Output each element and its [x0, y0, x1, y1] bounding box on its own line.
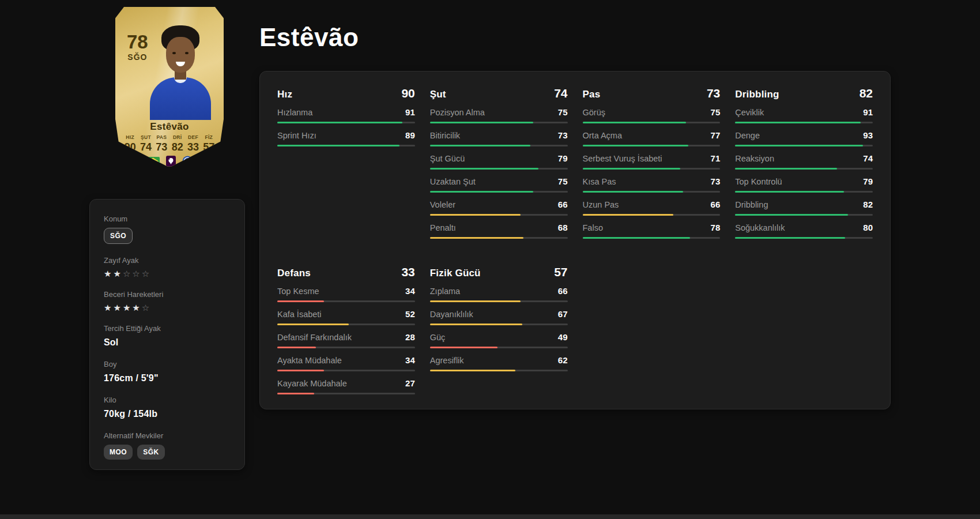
stat-label: Uzaktan Şut: [430, 177, 476, 186]
stat-group-name: Hız: [277, 89, 292, 100]
stat-value: 73: [711, 176, 721, 186]
stat-label: Zıplama: [430, 287, 460, 296]
stat-value: 34: [405, 355, 415, 365]
card-mini-stat-label: DRİ: [169, 135, 185, 140]
star-filled-icon: ★: [123, 303, 132, 313]
stat-row-top: Kayarak Müdahale 27: [277, 378, 415, 388]
stat-row: Kayarak Müdahale 27: [277, 378, 415, 394]
stat-bar-track: [583, 237, 721, 239]
card-player-name: Estêvão: [115, 121, 224, 133]
stat-row: Güç 49: [430, 332, 568, 348]
stat-bar-track: [430, 324, 568, 325]
stat-row-top: Voleler 66: [430, 200, 568, 209]
chelsea-badge-icon: [182, 156, 193, 167]
stat-bar-track: [277, 393, 415, 394]
position-badge: SĞO: [104, 228, 133, 244]
stat-row-top: Defansif Farkındalık 28: [277, 332, 415, 342]
stat-bar-fill: [430, 168, 539, 170]
stat-group-rows: Çeviklik 91 Denge 93 Reaksiyon 74 Top Ko…: [735, 107, 873, 239]
stat-label: Penaltı: [430, 223, 456, 232]
stat-bar-fill: [277, 122, 402, 123]
stat-group-name: Pas: [583, 89, 601, 100]
stat-row-top: Agresiflik 62: [430, 355, 568, 365]
stat-bar-track: [430, 191, 568, 193]
stat-row: Ayakta Müdahale 34: [277, 355, 415, 371]
stat-group-header: Defans 33: [277, 265, 415, 279]
star-filled-icon: ★: [104, 303, 113, 313]
stat-group-name: Fizik Gücü: [430, 268, 481, 279]
stat-row: Dribbling 82: [735, 200, 873, 216]
stat-row: Falso 78: [583, 223, 721, 239]
stat-bar-fill: [583, 214, 674, 216]
stat-label: Ayakta Müdahale: [277, 356, 342, 365]
stat-row-top: Ayakta Müdahale 34: [277, 355, 415, 365]
stat-group-rows: Görüş 75 Orta Açma 77 Serbest Vuruş İsab…: [583, 107, 721, 239]
stat-value: 75: [558, 176, 568, 186]
card-mini-stat: FİZ 57: [201, 135, 217, 152]
stat-row-top: Dribbling 82: [735, 200, 873, 209]
stat-value: 52: [405, 309, 415, 319]
player-shirt: [150, 77, 211, 120]
stat-value: 80: [863, 223, 873, 232]
stat-row-top: Kısa Pas 73: [583, 176, 721, 186]
stat-label: Kayarak Müdahale: [277, 379, 347, 388]
card-icons: [115, 156, 224, 167]
player-card: 78 SĞO Estêvão HIZ 90 ŞUT 74 PAS 73 DRİ …: [115, 7, 224, 167]
info-section-label: Zayıf Ayak: [104, 256, 231, 265]
stat-row: Voleler 66: [430, 200, 568, 216]
stat-row-top: Güç 49: [430, 332, 568, 342]
stat-row: Kafa İsabeti 52: [277, 309, 415, 325]
info-section: Konum SĞO: [104, 215, 231, 244]
stat-bar-track: [430, 237, 568, 239]
stat-label: Top Kesme: [277, 287, 319, 296]
stat-label: Top Kontrolü: [735, 177, 782, 186]
stat-row: Penaltı 68: [430, 223, 568, 239]
stat-label: Şut Gücü: [430, 154, 465, 163]
stat-label: Orta Açma: [583, 131, 623, 140]
stat-bar-track: [583, 145, 721, 146]
stat-value: 82: [863, 200, 873, 209]
stat-bar-track: [277, 300, 415, 302]
stat-bar-track: [430, 122, 568, 123]
stat-group: Hız 90 Hızlanma 91 Sprint Hızı 89: [277, 86, 415, 239]
stat-label: Çeviklik: [735, 108, 764, 117]
star-filled-icon: ★: [132, 303, 141, 313]
stat-bar-fill: [430, 237, 523, 239]
stat-row-top: Orta Açma 77: [583, 130, 721, 140]
card-mini-stat-value: 57: [201, 142, 217, 152]
card-mini-stat: HIZ 90: [122, 135, 138, 152]
stat-label: Uzun Pas: [583, 200, 619, 209]
info-section-label: Konum: [104, 215, 231, 223]
stat-value: 91: [405, 107, 415, 117]
stat-bar-track: [583, 122, 721, 123]
stat-label: Bitiricilik: [430, 131, 460, 140]
player-eye: [172, 52, 176, 54]
info-section: Tercih Ettiği Ayak Sol: [104, 324, 231, 348]
stat-value: 68: [558, 223, 568, 232]
stat-label: Sprint Hızı: [277, 131, 316, 140]
attributes-panel: Hız 90 Hızlanma 91 Sprint Hızı 89 Şut 74…: [259, 71, 891, 409]
stat-row: Denge 93: [735, 130, 873, 146]
premier-league-icon: [166, 156, 176, 167]
stat-row: Görüş 75: [583, 107, 721, 123]
stat-label: Pozisyon Alma: [430, 108, 485, 117]
stat-row: Uzun Pas 66: [583, 200, 721, 216]
stat-row: Agresiflik 62: [430, 355, 568, 371]
page-title: Estêvão: [259, 23, 359, 52]
stat-row: Orta Açma 77: [583, 130, 721, 146]
stat-row: Çeviklik 91: [735, 107, 873, 123]
stat-bar-track: [277, 347, 415, 348]
stat-group-value: 82: [860, 86, 873, 100]
stat-value: 93: [863, 130, 873, 140]
stat-row-top: Çeviklik 91: [735, 107, 873, 117]
stat-group: Pas 73 Görüş 75 Orta Açma 77 Serbest Vur…: [583, 86, 721, 239]
info-section-content: Sol: [104, 337, 231, 348]
stat-row: Hızlanma 91: [277, 107, 415, 123]
info-section-label: Alternatif Mevkiler: [104, 431, 231, 440]
stat-group-name: Şut: [430, 89, 446, 100]
player-smile: [176, 62, 185, 66]
card-mini-stat-label: FİZ: [201, 135, 217, 140]
stat-bar-fill: [735, 237, 845, 239]
stat-value: 34: [405, 286, 415, 296]
stat-label: Güç: [430, 333, 446, 342]
